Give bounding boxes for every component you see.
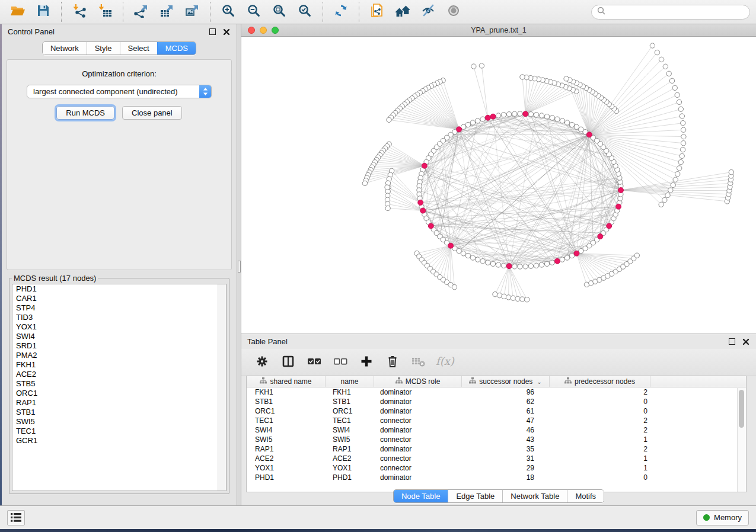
network-hub-node[interactable] [485,115,490,120]
cell-shared-name[interactable]: STB1 [247,398,326,406]
table-row[interactable]: PHD1PHD1dominator180 [247,473,746,482]
mcds-result-item[interactable]: ACE2 [12,370,226,379]
network-hub-node[interactable] [506,264,512,269]
cell-name[interactable]: FKH1 [326,388,374,396]
cell-MCDS-role[interactable]: dominator [374,388,462,396]
cell-name[interactable]: ORC1 [326,407,374,415]
table-settings-button[interactable] [252,353,272,372]
network-ring-nodes[interactable] [362,43,733,302]
network-node[interactable] [659,202,664,207]
cell-name[interactable]: TEC1 [326,416,374,425]
cell-shared-name[interactable]: SWI5 [247,435,326,444]
network-hub-node[interactable] [574,251,579,256]
delete-column-button[interactable] [382,353,403,372]
show-graphics-details-button[interactable] [442,2,465,22]
column-header-successor-nodes[interactable]: successor nodes⌄ [462,376,550,387]
mcds-result-item[interactable]: CAR1 [12,294,226,303]
network-node[interactable] [555,117,560,121]
cell-MCDS-role[interactable]: connector [374,454,462,463]
cell-predecessor-nodes[interactable]: 2 [550,426,650,434]
close-panel-icon[interactable] [222,28,231,36]
network-node[interactable] [465,253,470,258]
network-node[interactable] [539,113,544,118]
table-row[interactable]: RAP1RAP1dominator352 [247,444,746,454]
column-header-MCDS-role[interactable]: MCDS role [374,376,462,387]
network-node[interactable] [486,260,490,265]
table-row[interactable]: SWI4SWI4dominator462 [247,425,746,435]
network-hub-node[interactable] [428,223,433,229]
table-tab-motifs[interactable]: Motifs [567,490,604,502]
cell-shared-name[interactable]: SWI4 [247,426,326,434]
cell-MCDS-role[interactable]: dominator [374,473,462,482]
network-node[interactable] [457,249,461,254]
network-node[interactable] [560,118,564,123]
cell-predecessor-nodes[interactable]: 0 [550,398,650,406]
optimization-criterion-select[interactable]: largest connected component (undirected) [27,85,212,98]
table-tab-edge-table[interactable]: Edge Table [448,490,502,502]
network-node[interactable] [680,114,684,118]
cell-predecessor-nodes[interactable]: 1 [550,464,650,472]
network-node[interactable] [534,263,538,268]
search-box[interactable] [591,5,750,20]
cell-shared-name[interactable]: YOX1 [247,464,326,472]
cell-name[interactable]: YOX1 [326,464,374,472]
close-table-panel-icon[interactable] [742,338,750,346]
apply-preferred-layout-button[interactable] [329,2,353,22]
float-panel-icon[interactable] [208,28,216,36]
network-node[interactable] [681,127,685,132]
network-node[interactable] [574,124,579,129]
mcds-result-item[interactable]: FKH1 [12,360,226,370]
cell-successor-nodes[interactable]: 47 [462,416,550,425]
deselect-all-button[interactable] [330,353,350,372]
cell-successor-nodes[interactable]: 43 [462,435,550,444]
network-canvas[interactable] [241,37,756,334]
open-session-button[interactable] [6,2,30,22]
network-node[interactable] [662,197,667,202]
cell-name[interactable]: STB1 [326,398,374,406]
cell-predecessor-nodes[interactable]: 0 [550,473,650,482]
mcds-result-item[interactable]: STB5 [12,379,226,389]
export-network-button[interactable] [129,2,153,22]
network-hub-node[interactable] [586,132,592,137]
network-node[interactable] [678,160,683,165]
mcds-result-item[interactable]: SWI4 [12,332,226,341]
cell-successor-nodes[interactable]: 35 [462,445,550,453]
cell-predecessor-nodes[interactable]: 1 [550,435,650,444]
network-node[interactable] [518,264,522,269]
network-node[interactable] [564,120,569,125]
network-node[interactable] [544,114,549,119]
network-node[interactable] [518,111,522,116]
import-table-from-file-button[interactable] [93,2,117,22]
show-columns-button[interactable] [278,353,298,372]
cell-predecessor-nodes[interactable]: 2 [550,445,650,453]
network-hub-node[interactable] [616,204,621,209]
network-node[interactable] [461,251,465,256]
add-column-button[interactable] [356,353,377,372]
cell-MCDS-role[interactable]: dominator [374,445,462,453]
cell-shared-name[interactable]: TEC1 [247,416,326,425]
network-node[interactable] [470,120,475,125]
close-panel-button[interactable]: Close panel [122,106,182,120]
select-all-button[interactable] [304,353,324,372]
cell-predecessor-nodes[interactable]: 2 [550,416,650,425]
cell-predecessor-nodes[interactable]: 1 [550,454,650,463]
export-image-button[interactable] [180,2,204,22]
delete-table-button[interactable] [409,353,429,372]
table-row[interactable]: ORC1ORC1dominator610 [247,406,746,416]
table-row[interactable]: FKH1FKH1dominator962 [247,387,746,397]
table-row[interactable]: TEC1TEC1connector472 [247,416,746,425]
mcds-result-item[interactable]: STP4 [12,303,226,313]
network-node[interactable] [569,122,574,127]
mcds-result-item[interactable]: ORC1 [12,389,226,398]
network-hub-node[interactable] [618,188,624,193]
function-builder-button[interactable]: f(x) [435,353,455,372]
network-hub-node[interactable] [554,258,560,264]
network-node[interactable] [493,292,497,297]
network-node[interactable] [385,185,390,190]
home-pages-button[interactable] [391,2,414,22]
network-node[interactable] [579,127,583,132]
network-node[interactable] [480,117,485,121]
zoom-selected-region-button[interactable] [293,2,317,22]
cell-successor-nodes[interactable]: 62 [462,398,550,406]
export-network-to-web-button[interactable] [365,2,389,22]
